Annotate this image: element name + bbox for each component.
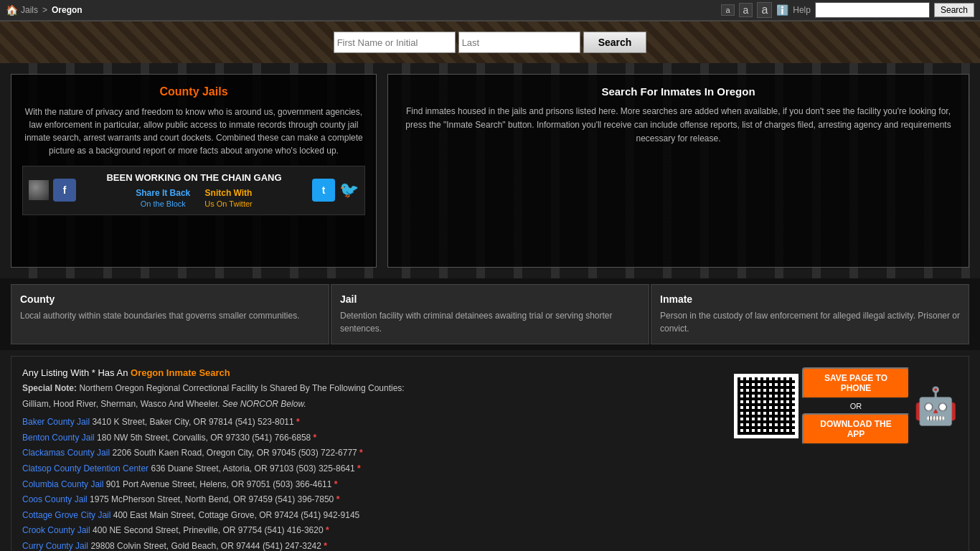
- oregon-inmate-search-link[interactable]: Oregon Inmate Search: [131, 367, 230, 378]
- county-card-title: County: [20, 293, 320, 305]
- county-jails-box: County Jails With the nature of privacy …: [11, 74, 377, 268]
- list-item: Crook County Jail 400 NE Second Street, …: [22, 523, 958, 539]
- jail-name-link[interactable]: Clatsop County Detention Center: [22, 463, 149, 474]
- jail-phone: (541) 942-9145: [301, 510, 359, 520]
- jail-phone: (541) 766-6858: [252, 433, 311, 443]
- jail-name-link[interactable]: Baker County Jail: [22, 417, 90, 427]
- download-app-button[interactable]: DOWNLOAD THE APP: [802, 413, 910, 445]
- jail-phone: (541) 247-3242: [263, 541, 321, 551]
- norcor-note: See NORCOR Below.: [222, 399, 306, 409]
- jail-definition-card: Jail Detention facility with criminal de…: [331, 284, 649, 344]
- top-bar: 🏠 Jails > Oregon a a a ℹ️ Help Search: [0, 0, 980, 22]
- star-indicator: *: [357, 463, 361, 474]
- snitch-label: Snitch With: [205, 188, 253, 198]
- inmate-definition-card: Inmate Person in the custody of law enfo…: [651, 284, 969, 344]
- jail-phone: (541) 523-8011: [235, 417, 294, 427]
- jail-phone: (541) 416-3620: [265, 525, 324, 535]
- search-bar: Search: [0, 22, 980, 63]
- last-name-input[interactable]: [458, 32, 580, 53]
- top-search-button[interactable]: Search: [934, 3, 974, 17]
- jail-name-link[interactable]: Curry County Jail: [22, 541, 88, 551]
- home-icon[interactable]: 🏠: [6, 4, 18, 16]
- jail-name-link[interactable]: Coos County Jail: [22, 494, 88, 504]
- twitter-icon[interactable]: t: [312, 179, 335, 202]
- star-indicator: *: [314, 433, 317, 443]
- or-text: OR: [802, 402, 910, 410]
- county-definition-card: County Local authority within state boun…: [11, 284, 329, 344]
- jail-card-title: Jail: [340, 293, 640, 305]
- chain-ball: [29, 180, 49, 200]
- list-item: Columbia County Jail 901 Port Avenue Str…: [22, 477, 958, 493]
- jail-address: 901 Port Avenue Street, Helens, OR 97051: [106, 479, 270, 489]
- top-search-input[interactable]: [815, 2, 930, 18]
- special-note-text: Northern Oregon Regional Correctional Fa…: [79, 383, 404, 393]
- font-size-medium-btn[interactable]: a: [739, 3, 753, 17]
- jail-name-link[interactable]: Columbia County Jail: [22, 479, 103, 489]
- list-item: Curry County Jail 29808 Colvin Street, G…: [22, 539, 958, 551]
- help-link[interactable]: Help: [793, 5, 811, 15]
- inmate-card-title: Inmate: [660, 293, 960, 305]
- jail-address: 180 NW 5th Street, Corvallis, OR 97330: [97, 433, 250, 443]
- jail-address: 3410 K Street, Baker City, OR 97814: [92, 417, 232, 427]
- share-label: Share It Back: [136, 188, 190, 198]
- jail-card-text: Detention facility with criminal detaine…: [340, 309, 640, 335]
- social-chain-text: BEEN WORKING ON THE CHAIN GANG Share It …: [82, 172, 306, 209]
- jail-address: 1975 McPherson Street, North Bend, OR 97…: [90, 494, 273, 504]
- jail-phone: (503) 325-8641: [296, 463, 355, 474]
- font-size-small-btn[interactable]: a: [721, 4, 734, 16]
- list-item: Clackamas County Jail 2206 South Kaen Ro…: [22, 446, 958, 461]
- app-section: SAVE PAGE TO PHONE OR DOWNLOAD THE APP 🤖: [734, 367, 958, 445]
- jail-name-link[interactable]: Benton County Jail: [22, 433, 95, 443]
- save-page-button[interactable]: SAVE PAGE TO PHONE: [802, 367, 910, 399]
- share-text: Share It Back On the Block: [136, 187, 190, 209]
- android-icon: 🤖: [913, 385, 958, 427]
- breadcrumb-separator: >: [42, 5, 47, 15]
- first-name-input[interactable]: [334, 32, 456, 53]
- list-item: Coos County Jail 1975 McPherson Street, …: [22, 492, 958, 508]
- snitch-text: Snitch With Us On Twitter: [204, 187, 252, 209]
- font-size-large-btn[interactable]: a: [757, 2, 772, 18]
- star-indicator: *: [336, 494, 340, 504]
- jail-address: 400 NE Second Street, Prineville, OR 977…: [93, 525, 262, 535]
- jail-phone: (503) 366-4611: [273, 479, 331, 489]
- search-inmates-description: Find inmates housed in the jails and pri…: [399, 105, 958, 146]
- jail-name-link[interactable]: Crook County Jail: [22, 525, 90, 535]
- main-search-button[interactable]: Search: [583, 32, 647, 53]
- breadcrumb-current: Oregon: [52, 5, 83, 15]
- county-jails-description: With the nature of privacy and freedom t…: [22, 105, 365, 157]
- star-indicator: *: [334, 479, 338, 489]
- star-indicator: *: [326, 525, 329, 535]
- app-buttons: SAVE PAGE TO PHONE OR DOWNLOAD THE APP: [802, 367, 910, 445]
- snitch-sub: Us On Twitter: [204, 199, 252, 208]
- listings-header-prefix: Any Listing With * Has An: [22, 367, 128, 378]
- jail-address: 636 Duane Street, Astoria, OR 97103: [151, 463, 293, 474]
- jail-name-link[interactable]: Cottage Grove City Jail: [22, 510, 110, 520]
- jail-phone: (541) 396-7850: [275, 494, 334, 504]
- county-card-text: Local authority within state boundaries …: [20, 309, 320, 322]
- jail-address: 29808 Colvin Street, Gold Beach, OR 9744…: [90, 541, 260, 551]
- social-bar: f BEEN WORKING ON THE CHAIN GANG Share I…: [22, 166, 365, 215]
- star-indicator: *: [359, 448, 363, 458]
- listings-section: SAVE PAGE TO PHONE OR DOWNLOAD THE APP 🤖…: [11, 356, 969, 551]
- jail-address: 400 East Main Street, Cottage Grove, OR …: [113, 510, 298, 520]
- breadcrumb: 🏠 Jails > Oregon: [6, 4, 83, 16]
- facebook-icon[interactable]: f: [53, 179, 76, 202]
- qr-code: [734, 374, 798, 438]
- top-bar-right: a a a ℹ️ Help Search: [721, 2, 974, 18]
- main-content: County Jails With the nature of privacy …: [0, 63, 980, 278]
- jail-address: 2206 South Kaen Road, Oregon City, OR 97…: [112, 448, 296, 458]
- jail-name-link[interactable]: Clackamas County Jail: [22, 448, 110, 458]
- star-indicator: *: [296, 417, 300, 427]
- county-jails-title: County Jails: [22, 85, 365, 98]
- chain-gang-text: BEEN WORKING ON THE CHAIN GANG: [82, 172, 306, 184]
- list-item: Clatsop County Detention Center 636 Duan…: [22, 461, 958, 477]
- share-sub: On the Block: [141, 199, 186, 208]
- definition-cards: County Local authority within state boun…: [0, 278, 980, 350]
- search-inmates-box: Search For Inmates In Oregon Find inmate…: [387, 74, 969, 268]
- breadcrumb-jails-link[interactable]: Jails: [21, 5, 38, 15]
- jail-phone: (503) 722-6777: [298, 448, 357, 458]
- counties-shared-text: Gilliam, Hood River, Sherman, Wasco And …: [22, 399, 220, 409]
- bird-icon: 🐦: [339, 181, 359, 199]
- list-item: Cottage Grove City Jail 400 East Main St…: [22, 508, 958, 524]
- special-note-label: Special Note:: [22, 383, 77, 393]
